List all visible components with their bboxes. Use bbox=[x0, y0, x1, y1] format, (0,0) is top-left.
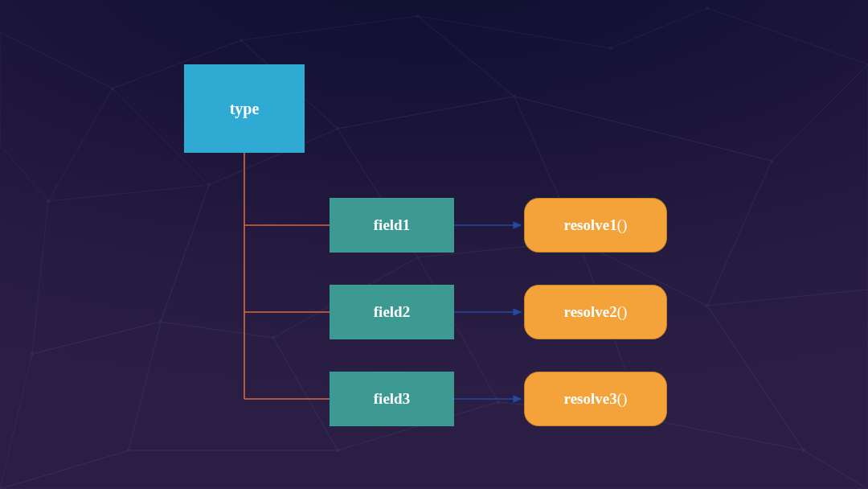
diagram-stage: type field1 field2 field3 resolve1() res… bbox=[0, 0, 868, 489]
svg-point-3 bbox=[609, 47, 612, 50]
type-node: type bbox=[184, 64, 305, 153]
svg-point-12 bbox=[416, 256, 420, 259]
svg-point-7 bbox=[207, 183, 211, 187]
field-node-3: field3 bbox=[330, 372, 454, 426]
field-label: field2 bbox=[374, 303, 410, 321]
resolve-node-3: resolve3() bbox=[524, 372, 667, 426]
svg-point-0 bbox=[111, 87, 114, 90]
resolve-node-2: resolve2() bbox=[524, 285, 667, 339]
svg-point-17 bbox=[336, 449, 339, 452]
svg-point-6 bbox=[47, 199, 50, 203]
resolve-label: resolve3 bbox=[564, 390, 617, 408]
svg-point-16 bbox=[127, 449, 130, 452]
resolve-label: resolve2 bbox=[564, 303, 617, 321]
svg-point-20 bbox=[802, 449, 805, 452]
svg-point-9 bbox=[513, 95, 516, 98]
resolve-label: resolve1 bbox=[564, 216, 617, 234]
svg-point-4 bbox=[706, 6, 709, 10]
svg-point-11 bbox=[272, 336, 275, 339]
field-label: field1 bbox=[374, 216, 410, 234]
resolve-parens: () bbox=[617, 216, 628, 234]
svg-point-10 bbox=[159, 320, 162, 323]
field-label: field3 bbox=[374, 390, 410, 408]
svg-point-8 bbox=[336, 127, 339, 130]
svg-point-14 bbox=[706, 304, 709, 307]
svg-point-18 bbox=[497, 401, 500, 404]
resolve-parens: () bbox=[617, 390, 628, 408]
svg-point-5 bbox=[770, 159, 773, 162]
svg-point-15 bbox=[31, 352, 34, 355]
svg-point-1 bbox=[240, 39, 243, 42]
svg-point-2 bbox=[416, 14, 420, 18]
resolve-parens: () bbox=[617, 303, 628, 321]
type-label: type bbox=[230, 100, 260, 118]
resolve-node-1: resolve1() bbox=[524, 198, 667, 253]
field-node-1: field1 bbox=[330, 198, 454, 253]
field-node-2: field2 bbox=[330, 285, 454, 339]
